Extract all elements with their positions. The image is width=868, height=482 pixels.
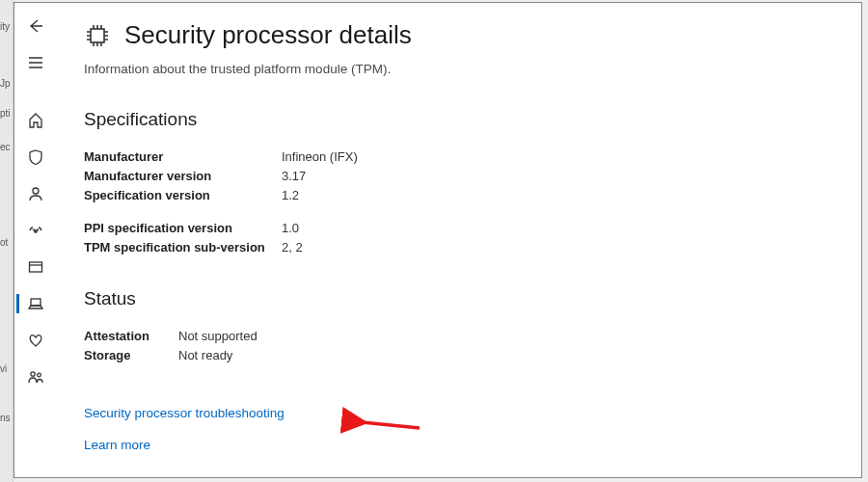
background-strip: ity Jp pti ec ot vi ns — [0, 0, 14, 482]
svg-point-1 — [35, 230, 37, 232]
content-pane: Security processor details Information a… — [57, 3, 861, 477]
spec-value: Infineon (IFX) — [282, 147, 358, 167]
spec-row: PPI specification version 1.0 — [84, 219, 834, 238]
spec-value: 1.2 — [282, 186, 299, 205]
page-title: Security processor details — [124, 20, 412, 50]
nav-firewall[interactable] — [16, 215, 55, 246]
svg-point-5 — [38, 373, 41, 377]
nav-app[interactable] — [16, 252, 55, 282]
bg-frag: vi — [0, 363, 13, 374]
nav-health[interactable] — [16, 325, 55, 356]
spec-row: Specification version 1.2 — [84, 186, 834, 205]
chip-icon — [84, 22, 111, 49]
status-heading: Status — [84, 288, 834, 309]
spec-group-2: PPI specification version 1.0 TPM specif… — [84, 219, 834, 257]
svg-rect-2 — [30, 262, 42, 272]
nav-family[interactable] — [16, 362, 55, 392]
nav-account[interactable] — [16, 178, 55, 209]
troubleshoot-link-row: Security processor troubleshooting — [84, 406, 834, 420]
shield-icon — [27, 148, 44, 166]
people-icon — [27, 368, 44, 386]
spec-label: Manufacturer version — [84, 167, 282, 186]
status-section: Status Attestation Not supported Storage… — [84, 288, 834, 365]
bg-frag: ot — [0, 237, 13, 248]
heart-icon — [27, 332, 44, 349]
window-icon — [27, 258, 44, 276]
bg-frag: Jp — [0, 78, 13, 89]
network-icon — [27, 222, 44, 239]
status-value: Not supported — [178, 327, 258, 346]
nav-home[interactable] — [16, 105, 55, 136]
spec-label: TPM specification sub-version — [84, 238, 282, 257]
back-button[interactable] — [16, 11, 55, 41]
bg-frag: ec — [0, 142, 13, 152]
svg-point-0 — [33, 188, 39, 194]
learn-more-link-row: Learn more — [84, 438, 834, 452]
nav-virus[interactable] — [16, 142, 55, 173]
spec-row: Manufacturer Infineon (IFX) — [84, 147, 834, 167]
status-label: Storage — [84, 346, 178, 365]
spec-row: TPM specification sub-version 2, 2 — [84, 238, 834, 257]
svg-rect-6 — [91, 29, 104, 42]
specs-heading: Specifications — [84, 109, 834, 130]
bg-frag: ns — [0, 413, 13, 423]
spec-label: Specification version — [84, 186, 282, 205]
svg-point-4 — [31, 372, 35, 376]
spec-label: Manufacturer — [84, 147, 282, 167]
bg-frag: ity — [0, 21, 13, 32]
learn-more-link[interactable]: Learn more — [84, 438, 150, 452]
back-arrow-icon — [27, 17, 44, 35]
spec-value: 2, 2 — [282, 238, 303, 257]
nav-device-security[interactable] — [16, 288, 55, 319]
page-header: Security processor details — [84, 20, 834, 50]
app-window: Security processor details Information a… — [14, 2, 862, 478]
spec-value: 3.17 — [282, 167, 306, 186]
spec-value: 1.0 — [282, 219, 299, 238]
status-label: Attestation — [84, 327, 178, 346]
svg-line-7 — [362, 422, 420, 428]
bg-frag: pti — [0, 108, 13, 119]
spec-label: PPI specification version — [84, 219, 282, 238]
menu-button[interactable] — [16, 47, 55, 78]
page-subtitle: Information about the trusted platform m… — [84, 62, 834, 76]
status-row: Attestation Not supported — [84, 327, 834, 346]
status-row: Storage Not ready — [84, 346, 834, 365]
svg-rect-3 — [31, 299, 41, 306]
home-icon — [27, 112, 44, 129]
status-value: Not ready — [178, 346, 232, 365]
spec-group-1: Manufacturer Infineon (IFX) Manufacturer… — [84, 147, 834, 205]
hamburger-icon — [27, 54, 44, 71]
nav-rail — [14, 3, 57, 477]
person-icon — [27, 185, 44, 202]
spec-row: Manufacturer version 3.17 — [84, 167, 834, 186]
troubleshoot-link[interactable]: Security processor troubleshooting — [84, 406, 285, 420]
laptop-icon — [27, 295, 44, 312]
